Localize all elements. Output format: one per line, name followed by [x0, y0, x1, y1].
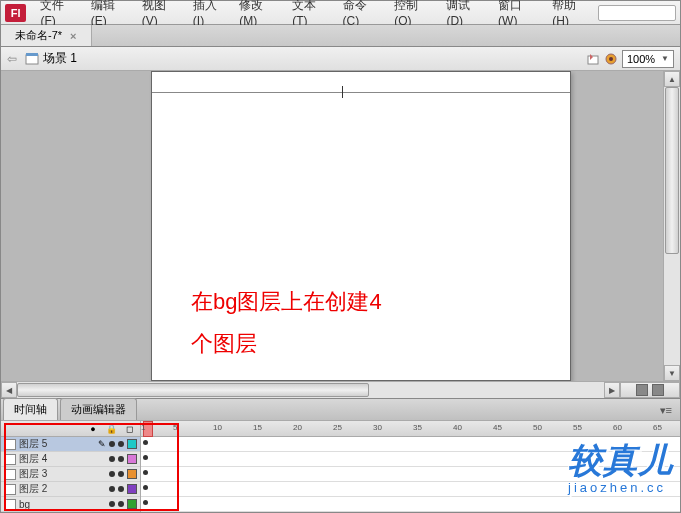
tab-motion-editor[interactable]: 动画编辑器 [60, 398, 137, 420]
document-tab[interactable]: 未命名-7* × [1, 25, 92, 46]
layer-icon [4, 439, 16, 450]
layer-icon [4, 484, 16, 495]
keyframe[interactable] [143, 455, 148, 460]
document-title: 未命名-7* [15, 28, 62, 43]
back-icon[interactable]: ⇦ [7, 52, 17, 66]
keyframe[interactable] [143, 500, 148, 505]
scroll-left-icon[interactable]: ◀ [1, 382, 17, 398]
watermark: 较真儿 jiaozhen.cc [568, 438, 673, 495]
lock-icon[interactable]: 🔒 [106, 424, 116, 434]
ruler-mark: 35 [413, 423, 422, 432]
scroll-right-icon[interactable]: ▶ [604, 382, 620, 398]
scroll-up-icon[interactable]: ▲ [664, 71, 680, 87]
keyframe[interactable] [143, 470, 148, 475]
frame-ruler[interactable]: 1510152025303540455055606570758085 [141, 421, 680, 437]
scene-icon [25, 52, 39, 66]
scroll-down-icon[interactable]: ▼ [664, 365, 680, 381]
color-swatch[interactable] [127, 484, 137, 494]
zoom-value: 100% [627, 53, 655, 65]
horizontal-scrollbar[interactable]: ◀ ▶ [1, 381, 680, 398]
ruler-mark: 40 [453, 423, 462, 432]
keyframe[interactable] [143, 485, 148, 490]
outline-icon[interactable]: ◻ [124, 424, 134, 434]
ruler-mark: 60 [613, 423, 622, 432]
search-field[interactable] [598, 5, 676, 21]
grip-icon[interactable] [652, 384, 664, 396]
layer-row[interactable]: 图层 3 [1, 467, 140, 482]
layer-name[interactable]: 图层 3 [19, 467, 106, 481]
ruler-mark: 1 [141, 423, 145, 432]
ruler-mark: 50 [533, 423, 542, 432]
ruler-mark: 15 [253, 423, 262, 432]
layer-row[interactable]: 图层 2 [1, 482, 140, 497]
scene-label: 场景 1 [43, 50, 77, 67]
eye-icon[interactable]: ● [88, 424, 98, 434]
lock-dot[interactable] [118, 471, 124, 477]
h-scroll-thumb[interactable] [17, 383, 369, 397]
visibility-dot[interactable] [109, 471, 115, 477]
layer-row[interactable]: 图层 4 [1, 452, 140, 467]
scroll-thumb[interactable] [665, 87, 679, 254]
ruler-mark: 55 [573, 423, 582, 432]
symbol-icon[interactable] [604, 52, 618, 66]
lock-dot[interactable] [118, 486, 124, 492]
grip-icon[interactable] [636, 384, 648, 396]
panel-menu-icon[interactable]: ▾≡ [652, 401, 680, 420]
edit-scene-icon[interactable] [586, 52, 600, 66]
text-caret [342, 86, 343, 98]
color-swatch[interactable] [127, 439, 137, 449]
keyframe[interactable] [143, 440, 148, 445]
layer-icon [4, 499, 16, 510]
lock-dot[interactable] [118, 456, 124, 462]
scroll-track[interactable] [664, 87, 680, 365]
layer-name[interactable]: 图层 2 [19, 482, 106, 496]
color-swatch[interactable] [127, 499, 137, 509]
svg-rect-1 [26, 53, 38, 56]
svg-rect-0 [26, 55, 38, 64]
ruler-mark: 5 [173, 423, 177, 432]
ruler-mark: 10 [213, 423, 222, 432]
layer-name[interactable]: bg [19, 499, 106, 510]
layer-name[interactable]: 图层 5 [19, 437, 95, 451]
layers-list: ● 🔒 ◻ 图层 5✎图层 4图层 3图层 2bg [1, 421, 141, 512]
visibility-dot[interactable] [109, 501, 115, 507]
menu-bar: Fl 文件(F) 编辑(E) 视图(V) 插入(I) 修改(M) 文本(T) 命… [1, 1, 680, 25]
annotation-text: 在bg图层上在创建4 个图层 [191, 281, 382, 365]
layer-row[interactable]: 图层 5✎ [1, 437, 140, 452]
layer-name[interactable]: 图层 4 [19, 452, 106, 466]
vertical-scrollbar[interactable]: ▲ ▼ [663, 71, 680, 381]
ruler-mark: 25 [333, 423, 342, 432]
chevron-down-icon: ▼ [661, 54, 669, 63]
zoom-select[interactable]: 100% ▼ [622, 50, 674, 68]
ruler-mark: 65 [653, 423, 662, 432]
layer-icon [4, 469, 16, 480]
scene-bar: ⇦ 场景 1 100% ▼ [1, 47, 680, 71]
svg-rect-2 [588, 56, 598, 64]
lock-dot[interactable] [118, 441, 124, 447]
layer-row[interactable]: bg [1, 497, 140, 512]
color-swatch[interactable] [127, 454, 137, 464]
ruler-mark: 30 [373, 423, 382, 432]
lock-dot[interactable] [118, 501, 124, 507]
ruler-mark: 20 [293, 423, 302, 432]
visibility-dot[interactable] [109, 441, 115, 447]
layer-icon [4, 454, 16, 465]
visibility-dot[interactable] [109, 486, 115, 492]
close-tab-icon[interactable]: × [70, 30, 76, 42]
workspace: 在bg图层上在创建4 个图层 ▲ ▼ [1, 71, 680, 381]
tab-timeline[interactable]: 时间轴 [3, 398, 58, 420]
app-logo: Fl [5, 4, 26, 22]
document-tabs: 未命名-7* × [1, 25, 680, 47]
stage-tools [620, 382, 680, 398]
color-swatch[interactable] [127, 469, 137, 479]
stage-ruler-line [152, 92, 570, 93]
visibility-dot[interactable] [109, 456, 115, 462]
ruler-mark: 45 [493, 423, 502, 432]
panel-tabs: 时间轴 动画编辑器 ▾≡ [1, 398, 680, 420]
h-scroll-track[interactable] [17, 382, 604, 398]
svg-point-4 [609, 57, 613, 61]
layer-header: ● 🔒 ◻ [1, 421, 140, 437]
pencil-icon: ✎ [98, 439, 106, 449]
stage-area[interactable]: 在bg图层上在创建4 个图层 [1, 71, 663, 381]
